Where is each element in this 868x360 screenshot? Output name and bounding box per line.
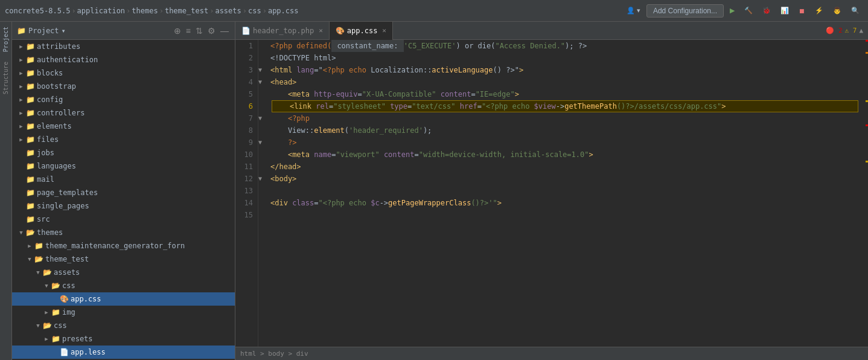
folder-icon-themes: 📂 [25,228,35,237]
fold-3[interactable]: ▼ [258,64,266,76]
fold-7[interactable]: ▼ [258,112,266,124]
tree-item-page-templates[interactable]: 📁 page_templates [12,186,235,199]
code-line-9: ?> [270,137,860,149]
project-dropdown[interactable]: ▾ [62,27,66,35]
breadcrumb-root[interactable]: concrete5-8.5.5 [5,7,70,15]
line-num-15: 15 [240,209,253,221]
file-icon-app-less: 📄 [59,348,69,356]
line-num-3: 3 [240,64,253,76]
tree-item-src[interactable]: 📁 src [12,213,235,226]
folder-icon-authentication: 📁 [25,56,35,64]
project-tab[interactable]: Project [2,22,9,57]
tree-item-single-pages[interactable]: 📁 single_pages [12,199,235,213]
coverage-button[interactable]: 📊 [777,5,793,16]
tree-item-css[interactable]: ▼ 📂 css [12,279,235,292]
fold-12[interactable]: ▼ [258,173,266,185]
side-panel: Project Structure [0,22,12,360]
folder-icon-mail: 📁 [25,175,35,184]
tree-item-languages[interactable]: 📁 languages [12,159,235,173]
collapse-all-button[interactable]: ≡ [185,26,192,36]
folder-icon-blocks: 📁 [25,69,35,77]
stop-button[interactable]: ⏹ [795,5,809,16]
line-num-12: 12 [240,173,253,185]
panel-actions: ⊕ ≡ ⇅ ⚙ — [173,26,230,36]
tab-close-header[interactable]: ✕ [319,27,323,34]
folder-icon-elements: 📁 [25,122,35,130]
tree-item-theme-test[interactable]: ▼ 📂 theme_test [12,252,235,266]
fold-4[interactable]: ▼ [258,76,266,88]
tree-item-assets[interactable]: ▼ 📂 assets [12,266,235,279]
breadcrumb-application[interactable]: application [77,7,125,15]
tree-item-theme-maintenance[interactable]: ▶ 📁 theme_maintenance_generator_forn [12,239,235,252]
arrow-img: ▶ [42,309,51,315]
close-panel-button[interactable]: — [219,26,230,36]
tree-item-blocks[interactable]: ▶ 📁 blocks [12,66,235,80]
arrow-authentication: ▶ [17,57,25,63]
breadcrumb-appcss[interactable]: app.css [268,7,299,15]
arrow-bootstrap: ▶ [17,83,25,89]
folder-icon-css2: 📂 [42,321,52,330]
line-numbers: 1 2 3 4 5 6 7 8 9 10 11 12 13 14 15 [235,40,258,347]
fold-9[interactable]: ▼ [258,137,266,149]
tree-item-config[interactable]: ▶ 📁 config [12,93,235,106]
line-num-14: 14 [240,197,253,209]
tree-item-attributes[interactable]: ▶ 📁 attributes [12,40,235,53]
tree-item-jobs[interactable]: 📁 jobs [12,146,235,159]
folder-icon-theme-test: 📂 [34,255,43,263]
tab-header-top[interactable]: 📄 header_top.php ✕ [235,22,330,40]
user-button[interactable]: 👤 ▾ [623,5,644,16]
tree-item-authentication[interactable]: ▶ 📁 authentication [12,53,235,66]
code-line-1: <?php defined( constant_name: 'C5_EXECUT… [270,40,860,52]
tree-item-img[interactable]: ▶ 📁 img [12,306,235,319]
expand-button[interactable]: ⇅ [194,26,204,36]
code-area[interactable]: <?php defined( constant_name: 'C5_EXECUT… [266,40,860,347]
tree-item-mail[interactable]: 📁 mail [12,173,235,186]
arrow-assets: ▼ [34,269,42,275]
vcs-button[interactable]: 👨 [829,5,845,16]
run-button[interactable]: ▶ [726,5,738,16]
structure-tab[interactable]: Structure [2,57,9,99]
code-line-7: <?php [270,112,860,124]
tree-item-presets[interactable]: ▶ 📁 presets [12,332,235,346]
breadcrumb-assets[interactable]: assets [215,7,241,15]
editor-scroll-area[interactable]: 1 2 3 4 5 6 7 8 9 10 11 12 13 14 15 ▼ [235,40,868,347]
warning-count: ⚠ 7 [845,27,857,34]
line-num-6: 6 [240,100,253,112]
tree-item-app-css[interactable]: 🎨 app.css [12,292,235,306]
profile-button[interactable]: ⚡ [811,5,827,16]
add-configuration-button[interactable]: Add Configuration... [646,4,724,18]
tree-item-files[interactable]: ▶ 📁 files [12,133,235,146]
breadcrumb-theme-test[interactable]: theme_test [165,7,208,15]
panel-title: 📁 Project ▾ [17,27,66,35]
tab-label-css: app.css [347,27,378,35]
tree-item-elements[interactable]: ▶ 📁 elements [12,120,235,133]
breadcrumb-css[interactable]: css [248,7,261,15]
panel-header: 📁 Project ▾ ⊕ ≡ ⇅ ⚙ — [12,22,235,40]
gutter-error-top [866,40,868,42]
gutter-warning-3 [866,161,868,162]
settings-button[interactable]: ⚙ [206,26,217,36]
file-icon-app-css: 🎨 [59,295,69,303]
tab-close-css[interactable]: ✕ [382,27,386,34]
new-file-button[interactable]: ⊕ [173,26,182,36]
tree-item-controllers[interactable]: ▶ 📁 controllers [12,106,235,120]
expand-errors[interactable]: ▲ [859,27,863,34]
folder-icon-controllers: 📁 [25,109,35,117]
tab-app-css[interactable]: 🎨 app.css ✕ [330,22,393,40]
search-button[interactable]: 🔍 [847,5,863,16]
tree-item-css2[interactable]: ▼ 📂 css [12,319,235,332]
line-num-4: 4 [240,76,253,88]
editor-tabs: 📄 header_top.php ✕ 🎨 app.css ✕ 🔴 2 ⚠ 7 ▲ [235,22,868,40]
build-button[interactable]: 🔨 [741,5,756,16]
breadcrumb: concrete5-8.5.5 › application › themes ›… [5,7,299,15]
breadcrumb-themes[interactable]: themes [132,7,158,15]
tree-item-app-less[interactable]: 📄 app.less ▼ [12,346,235,359]
debug-button[interactable]: 🐞 [759,5,774,16]
arrow-theme-maintenance: ▶ [25,243,34,249]
tree-item-themes[interactable]: ▼ 📂 themes [12,226,235,239]
tree-item-bootstrap[interactable]: ▶ 📁 bootstrap [12,80,235,93]
fold-1 [258,40,266,52]
folder-icon-css: 📂 [51,281,60,290]
code-line-12: <body> [270,173,860,185]
arrow-themes: ▼ [17,230,25,236]
